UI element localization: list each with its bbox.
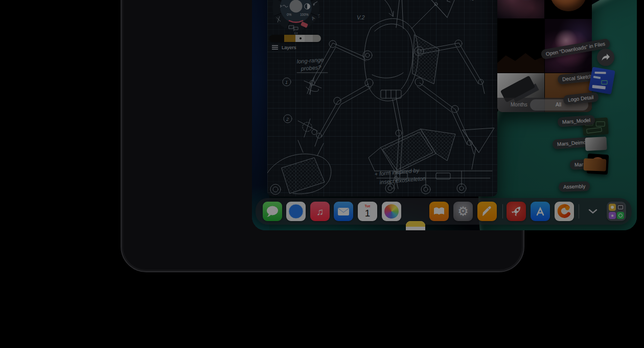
dock-app-library[interactable]: ★ bbox=[607, 202, 626, 221]
appstore-a-icon bbox=[533, 204, 548, 219]
color-swatch-bar[interactable] bbox=[269, 35, 321, 42]
hamburger-icon bbox=[272, 45, 278, 50]
ipad-screen: connect to solar comms satellite V.2 + f… bbox=[252, 0, 637, 230]
opacity-min-label: 0% bbox=[287, 13, 292, 16]
opacity-max-label: 100% bbox=[300, 13, 309, 16]
annotation-probes-2: probes? bbox=[300, 64, 321, 72]
calendar-day: 1 bbox=[358, 208, 377, 218]
pages-pen-icon bbox=[480, 205, 494, 218]
dock-app-notes[interactable] bbox=[406, 221, 425, 230]
tab-all[interactable]: All bbox=[556, 102, 561, 107]
annotation-form-2: insect exoskeleton bbox=[379, 175, 426, 185]
promo-stage: connect to solar comms satellite V.2 + f… bbox=[0, 0, 644, 348]
chevron-down-icon bbox=[588, 209, 597, 214]
library-mini-circle-icon bbox=[617, 212, 624, 219]
mail-envelope-icon bbox=[334, 202, 353, 221]
books-open-book-icon bbox=[433, 206, 445, 216]
annotation-form-1: + form inspired by bbox=[374, 167, 420, 177]
swatch-gold[interactable] bbox=[284, 35, 295, 42]
annotation-num-1: 1 bbox=[285, 80, 288, 85]
photo-orion-nebula[interactable] bbox=[545, 19, 592, 73]
library-mini-lightbulb-icon bbox=[609, 204, 616, 211]
dock-app-books[interactable] bbox=[429, 202, 449, 221]
swatch-gray[interactable] bbox=[305, 35, 313, 42]
photos-bottom-bar: Months All bbox=[497, 98, 592, 112]
photo-mars-globe[interactable] bbox=[545, 0, 592, 18]
annotation-satellite: satellite bbox=[455, 0, 475, 2]
dock-app-music[interactable]: ♫ bbox=[310, 202, 330, 221]
dock-app-concepts[interactable] bbox=[555, 202, 574, 221]
concepts-app-window: connect to solar comms satellite V.2 + f… bbox=[267, 0, 497, 197]
tab-months[interactable]: Months bbox=[511, 102, 527, 107]
ipad-device: connect to solar comms satellite V.2 + f… bbox=[121, 0, 524, 272]
safari-compass-icon bbox=[286, 202, 306, 221]
tool-wheel[interactable]: 1.6 A 1.3 bbox=[268, 0, 324, 35]
color-puck[interactable] bbox=[290, 0, 303, 13]
concepts-c-icon bbox=[555, 202, 574, 221]
calendar-weekday: Tue bbox=[358, 204, 377, 208]
swatch-black[interactable] bbox=[269, 35, 284, 42]
dock-app-messages[interactable] bbox=[263, 202, 282, 221]
photo-nebula[interactable] bbox=[497, 0, 544, 18]
swatch-lightgray-selected[interactable] bbox=[295, 35, 305, 42]
messages-bubble-icon bbox=[263, 202, 282, 221]
dock-app-settings[interactable]: ⚙ bbox=[453, 202, 473, 221]
library-mini-star-icon: ★ bbox=[609, 212, 616, 219]
tool-size-3: 5.1 bbox=[317, 14, 321, 18]
music-note-icon: ♫ bbox=[316, 207, 324, 216]
settings-gear-glyph: ⚙ bbox=[457, 205, 469, 217]
swatch-midgray[interactable] bbox=[313, 35, 321, 42]
layers-button[interactable]: Layers bbox=[272, 45, 296, 50]
photos-app-window: Months All bbox=[497, 0, 592, 112]
dock-chevron-button[interactable] bbox=[586, 205, 600, 217]
annotation-version: V.2 bbox=[357, 14, 365, 20]
dock: ♫ Tue 1 ⚙ bbox=[256, 198, 632, 225]
layers-label: Layers bbox=[282, 45, 296, 50]
dock-app-pages[interactable] bbox=[477, 202, 497, 221]
dock-app-safari[interactable] bbox=[286, 202, 306, 221]
dock-app-calendar[interactable]: Tue 1 bbox=[358, 202, 377, 221]
rocket-icon bbox=[509, 204, 524, 219]
dock-app-mail[interactable] bbox=[334, 202, 353, 221]
dock-app-photos[interactable] bbox=[382, 202, 401, 221]
photo-grid bbox=[497, 0, 592, 112]
library-mini-camera-icon bbox=[617, 204, 624, 211]
photo-mars-desert[interactable] bbox=[497, 19, 544, 73]
dock-divider bbox=[502, 204, 503, 219]
dock-app-appstore[interactable] bbox=[531, 202, 550, 221]
annotation-probes-1: long-range bbox=[296, 56, 324, 64]
dock-divider bbox=[579, 204, 579, 219]
dock-app-rocket[interactable] bbox=[507, 202, 526, 221]
annotation-num-2: 2 bbox=[286, 117, 289, 122]
